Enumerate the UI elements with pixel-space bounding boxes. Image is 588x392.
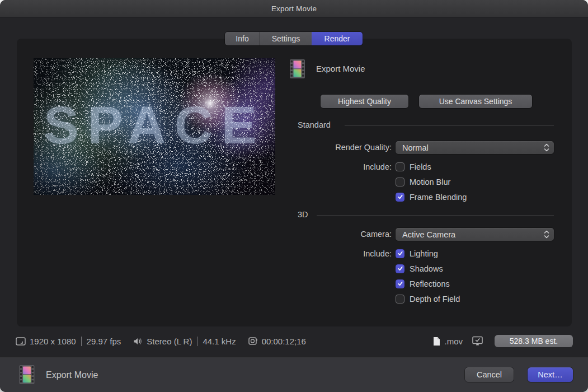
chevron-up-down-icon <box>544 230 549 239</box>
speaker-icon <box>133 337 143 346</box>
checkbox-row-motion-blur: Motion Blur <box>396 177 450 186</box>
window-title: Export Movie <box>271 4 317 13</box>
tab-settings[interactable]: Settings <box>260 32 312 45</box>
film-strip-icon <box>19 365 35 384</box>
frame-rate-value: 29.97 fps <box>87 337 121 346</box>
checkbox-row-frame-blending: Frame Blending <box>396 192 467 202</box>
aspect-ratio-icon <box>16 337 26 346</box>
include-label-standard: Include: <box>291 162 392 171</box>
export-type-title: Export Movie <box>316 64 365 73</box>
dialog-footer: Export Movie Cancel Next… <box>0 357 588 392</box>
next-button[interactable]: Next… <box>528 367 573 382</box>
footer-export-title: Export Movie <box>46 370 98 380</box>
shadows-checkbox-label: Shadows <box>410 264 443 273</box>
checkbox-row-reflections: Reflections <box>396 279 450 288</box>
chevron-up-down-icon <box>544 143 549 152</box>
section-divider <box>317 215 554 216</box>
media-info-bar: 1920 x 1080 29.97 fps Stereo (L R) 44.1 … <box>16 335 306 347</box>
lighting-checkbox[interactable] <box>396 249 404 258</box>
resolution-value: 1920 x 1080 <box>30 337 76 346</box>
tab-group: Info Settings Render <box>225 32 363 45</box>
fields-checkbox[interactable] <box>396 162 404 171</box>
depth-of-field-checkbox[interactable] <box>396 295 404 304</box>
include-label-3d: Include: <box>291 249 392 258</box>
tab-info[interactable]: Info <box>225 32 260 45</box>
checkmark-icon <box>397 194 403 200</box>
audio-channels-value: Stereo (L R) <box>147 337 192 346</box>
depth-of-field-checkbox-label: Depth of Field <box>410 295 460 304</box>
timecode-icon <box>248 337 258 346</box>
checkbox-row-fields: Fields <box>396 162 431 171</box>
file-extension-value: .mov <box>444 337 463 346</box>
file-size-estimate-badge: 528.3 MB est. <box>495 335 573 347</box>
film-strip-icon <box>290 59 305 78</box>
use-canvas-settings-button[interactable]: Use Canvas Settings <box>419 95 532 108</box>
section-title-standard: Standard <box>298 120 331 129</box>
checkmark-icon <box>397 250 403 256</box>
checkbox-row-depth-of-field: Depth of Field <box>396 294 460 304</box>
movie-preview-thumbnail: SPACE <box>34 58 275 195</box>
render-quality-value: Normal <box>396 143 429 152</box>
frame-blending-checkbox[interactable] <box>396 193 404 202</box>
lighting-checkbox-label: Lighting <box>410 249 438 258</box>
cancel-button[interactable]: Cancel <box>465 367 514 382</box>
frame-blending-checkbox-label: Frame Blending <box>410 193 467 202</box>
monitor-check-icon <box>472 336 483 346</box>
motion-blur-checkbox-label: Motion Blur <box>410 178 450 186</box>
motion-blur-checkbox[interactable] <box>396 178 404 186</box>
preview-space-title: SPACE <box>34 95 275 156</box>
reflections-checkbox[interactable] <box>396 279 404 288</box>
fields-checkbox-label: Fields <box>410 162 431 171</box>
camera-dropdown[interactable]: Active Camera <box>396 228 554 241</box>
checkmark-icon <box>397 281 403 287</box>
checkbox-row-shadows: Shadows <box>396 264 443 273</box>
checkbox-row-lighting: Lighting <box>396 249 438 258</box>
tab-render[interactable]: Render <box>312 32 363 45</box>
sample-rate-value: 44.1 kHz <box>203 337 236 346</box>
render-quality-dropdown[interactable]: Normal <box>396 141 554 154</box>
status-divider <box>81 337 82 346</box>
output-info-bar: .mov 528.3 MB est. <box>432 335 573 347</box>
title-bar: Export Movie <box>0 0 588 17</box>
section-title-3d: 3D <box>298 210 308 219</box>
document-icon <box>432 337 440 346</box>
render-quality-label: Render Quality: <box>291 143 392 152</box>
export-movie-dialog: Export Movie Info Settings Render SPACE … <box>0 0 588 392</box>
highest-quality-button[interactable]: Highest Quality <box>321 95 408 108</box>
shadows-checkbox[interactable] <box>396 264 404 273</box>
section-divider <box>345 125 554 126</box>
duration-value: 00:00:12;16 <box>262 337 306 346</box>
camera-value: Active Camera <box>396 230 455 239</box>
status-divider <box>197 337 197 346</box>
camera-label: Camera: <box>291 230 392 239</box>
reflections-checkbox-label: Reflections <box>410 279 450 288</box>
checkmark-icon <box>397 265 403 272</box>
